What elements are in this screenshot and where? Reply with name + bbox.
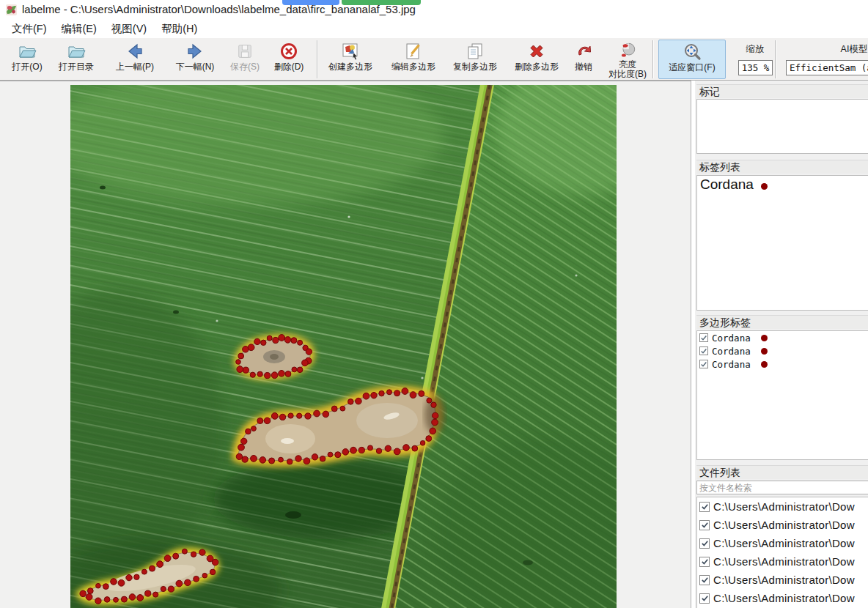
polygon-label-text: Cordana [712,333,751,344]
polygon-vertex-dot [157,561,163,568]
menu-file[interactable]: 文件(F) [4,20,54,38]
edit-polygon-button[interactable]: 编辑多边形 [386,40,441,79]
fit-window-button[interactable]: 适应窗口(F) [658,40,726,79]
next-image-button[interactable]: 下一幅(N) [169,40,221,79]
polygon-vertex-dot [111,579,117,585]
polygon-label-item[interactable]: Cordana [697,331,868,344]
polygon-vertex-dot [279,457,284,462]
file-search-input[interactable] [696,481,868,494]
menu-edit[interactable]: 编辑(E) [54,20,104,38]
polygon-vertex-dot [95,598,101,604]
polygon-visible-checkbox[interactable] [699,333,708,342]
open-dir-icon [67,40,86,62]
polygon-vertex-dot [314,410,320,417]
polygon-vertex-dot [114,597,119,602]
delete-file-button[interactable]: 删除(D) [267,40,311,79]
polygon-vertex-dot [376,448,381,453]
brightness-contrast-button[interactable]: 亮度 对比度(B) [604,40,651,79]
labelme-window: labelme - C:\Users\Administrator\Downloa… [0,0,868,608]
annotated-image-canvas[interactable] [70,85,617,608]
file-list-item[interactable]: C:\Users\Administrator\Dow [697,534,868,552]
polygon-vertex-dot [251,426,257,431]
polygon-visible-checkbox[interactable] [699,360,708,368]
polygon-label-list: Cordana Cordana Cordana [696,330,868,460]
labelme-app-icon [6,4,17,15]
file-checkbox[interactable] [699,520,710,530]
file-checkbox[interactable] [699,538,710,549]
file-checkbox[interactable] [699,575,710,585]
polygon-label-item[interactable]: Cordana [697,344,868,357]
file-checkbox[interactable] [699,593,710,604]
polygon-vertex-dot [260,457,266,464]
polygon-vertex-dot [267,335,272,341]
polygon-vertex-dot [284,337,291,344]
polygon-label-text: Cordana [712,346,751,357]
file-list-item[interactable]: C:\Users\Administrator\Dow [697,516,868,534]
polygon-vertex-dot [328,452,333,457]
polygon-vertex-dot [271,413,278,420]
file-list-item[interactable]: C:\Users\Administrator\Dow [697,571,868,589]
next-image-icon [185,40,205,62]
prev-image-icon [125,40,144,62]
polygon-vertex-dot [257,418,263,424]
polygon-vertex-dot [210,569,216,575]
file-path-text: C:\Users\Administrator\Dow [713,574,855,586]
label-list: Cordana [696,175,868,311]
brightness-contrast-label: 亮度 对比度(B) [608,60,647,79]
flags-panel [696,99,868,154]
menu-help[interactable]: 帮助(H) [154,20,205,38]
polygon-vertex-dot [368,445,373,451]
delete-file-icon [279,40,298,62]
create-polygon-button[interactable]: 创建多边形 [323,40,378,79]
undo-icon [574,40,593,62]
polygon-vertex-dot [356,398,362,404]
polygon-vertex-dot [291,338,297,344]
zoom-label: 缩放 [735,43,776,56]
open-dir-button[interactable]: 打开目录 [53,40,100,79]
label-list-panel-header: 标签列表 [696,160,868,174]
duplicate-polygon-button[interactable]: 复制多边形 [447,40,503,79]
ai-model-combobox[interactable]: EfficientSam (a [786,60,868,75]
polygon-vertex-dot [126,574,132,580]
polygon-vertex-dot [287,459,293,464]
file-path-text: C:\Users\Administrator\Dow [713,537,855,549]
polygon-vertex-dot [246,429,251,434]
polygon-label-item[interactable]: Cordana [697,357,868,371]
create-polygon-icon [341,40,360,62]
create-polygon-label: 创建多边形 [328,62,372,72]
polygon-vertex-dot [118,579,125,586]
menu-view[interactable]: 视图(V) [104,20,154,38]
open-button[interactable]: 打开(O) [6,40,48,79]
flags-panel-header: 标记 [696,84,868,98]
save-label: 保存(S) [230,62,260,72]
file-list-item[interactable]: C:\Users\Administrator\Dow [697,589,868,607]
file-list: C:\Users\Administrator\Dow C:\Users\Admi… [696,497,868,608]
window-title: labelme - C:\Users\Administrator\Downloa… [22,3,416,15]
prev-image-button[interactable]: 上一幅(P) [108,40,161,79]
polygon-visible-checkbox[interactable] [699,346,708,355]
file-list-item[interactable]: C:\Users\Administrator\Dow [697,497,868,516]
canvas-area[interactable] [0,81,691,608]
polygon-vertex-dot [305,413,311,419]
menu-bar: 文件(F) 编辑(E) 视图(V) 帮助(H) [0,19,868,38]
open-icon [18,40,37,62]
polygon-vertex-dot [261,340,266,345]
polygon-vertex-dot [312,454,317,460]
polygon-vertex-dot [279,371,285,377]
label-list-item[interactable]: Cordana [697,176,868,193]
file-list-item[interactable]: C:\Users\Administrator\Dow [697,552,868,571]
undo-button[interactable]: 撤销 [566,40,601,79]
polygon-vertex-dot [168,586,174,592]
toolbar-separator [317,40,317,78]
polygon-vertex-dot [104,597,110,603]
polygon-vertex-dot [150,566,155,571]
polygon-vertex-dot [348,399,354,405]
file-checkbox[interactable] [699,557,710,567]
polygon-vertex-dot [134,574,139,579]
file-checkbox[interactable] [699,502,710,512]
zoom-spinbox[interactable]: 135 % [738,60,773,75]
delete-polygon-button[interactable]: 删除多边形 [509,40,564,79]
polygon-vertex-dot [432,419,438,426]
polygon-vertex-dot [433,412,438,418]
file-path-text: C:\Users\Administrator\Dow [713,500,855,513]
